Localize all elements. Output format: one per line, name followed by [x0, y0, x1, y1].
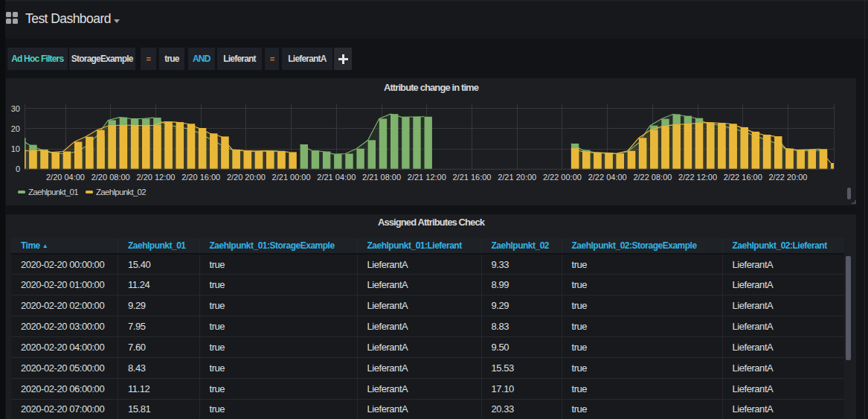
svg-text:2/22 16:00: 2/22 16:00: [724, 173, 762, 182]
svg-text:2/20 08:00: 2/20 08:00: [91, 173, 130, 182]
svg-text:2/21 04:00: 2/21 04:00: [317, 173, 356, 182]
svg-text:2/21 16:00: 2/21 16:00: [453, 173, 492, 182]
svg-text:0: 0: [16, 164, 20, 173]
svg-text:2/22 00:00: 2/22 00:00: [543, 173, 582, 182]
svg-text:10: 10: [11, 144, 20, 153]
svg-text:2/22 08:00: 2/22 08:00: [633, 173, 672, 182]
svg-text:2/22 12:00: 2/22 12:00: [678, 173, 717, 182]
svg-text:2/21 20:00: 2/21 20:00: [498, 173, 536, 182]
svg-text:2/20 20:00: 2/20 20:00: [227, 173, 266, 182]
svg-text:30: 30: [11, 104, 20, 113]
svg-text:2/22 20:00: 2/22 20:00: [769, 173, 808, 182]
svg-text:20: 20: [11, 124, 20, 133]
svg-text:2/21 00:00: 2/21 00:00: [272, 173, 311, 182]
svg-text:2/22 04:00: 2/22 04:00: [588, 173, 627, 182]
svg-text:2/20 12:00: 2/20 12:00: [137, 173, 176, 182]
svg-text:2/21 12:00: 2/21 12:00: [408, 173, 446, 182]
svg-text:2/20 16:00: 2/20 16:00: [181, 173, 220, 182]
svg-text:2/21 08:00: 2/21 08:00: [362, 173, 401, 182]
svg-text:2/20 04:00: 2/20 04:00: [46, 173, 85, 182]
